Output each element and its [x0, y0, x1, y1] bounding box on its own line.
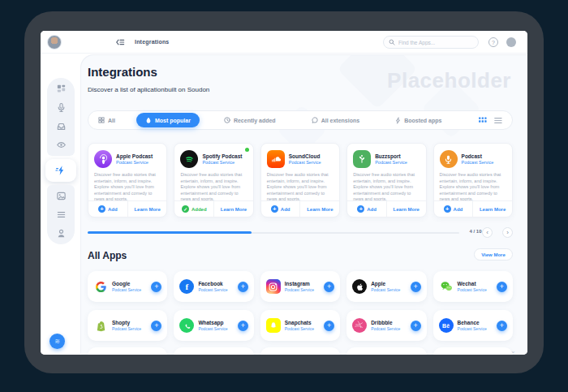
app-tile-partial[interactable]	[260, 347, 340, 355]
app-logo[interactable]	[49, 334, 65, 349]
card-description: Discover free audio stories that enterta…	[434, 168, 512, 203]
add-button[interactable]: Add	[261, 201, 300, 217]
app-tile-behance[interactable]: Bē BehancePodcast Service	[433, 310, 513, 341]
add-app-button[interactable]	[151, 282, 161, 292]
watermark-text: Placeholder	[387, 68, 511, 93]
search-box[interactable]	[383, 36, 479, 49]
search-input[interactable]	[398, 40, 471, 45]
grid-view-icon[interactable]	[479, 117, 487, 124]
tab-all[interactable]: All	[98, 117, 115, 123]
app-tile-partial[interactable]	[174, 347, 253, 355]
add-button[interactable]: Add	[434, 201, 473, 217]
app-tile-google[interactable]: GooglePodcast Service	[88, 271, 167, 302]
app-tile-partial[interactable]	[433, 347, 513, 355]
sidebar-item-profile[interactable]	[56, 228, 67, 239]
add-app-button[interactable]	[238, 321, 248, 331]
app-tile-partial[interactable]	[346, 347, 426, 355]
learn-more-button[interactable]: Learn More	[386, 201, 426, 217]
add-button[interactable]: Add	[347, 201, 386, 217]
card-buzzsport[interactable]: Buzzsport Podcast Service Discover free …	[346, 143, 426, 218]
sidebar-group-bottom	[47, 185, 75, 244]
plus-circle-icon	[271, 205, 278, 213]
add-app-button[interactable]	[497, 321, 507, 331]
app-tile-instagram[interactable]: InstagramPodcast Service	[260, 271, 340, 302]
card-description: Discover free audio stories that enterta…	[347, 168, 425, 203]
card-service: Podcast Service	[116, 160, 153, 165]
next-page-button[interactable]	[502, 227, 513, 238]
learn-more-button[interactable]: Learn More	[127, 201, 167, 217]
search-icon	[389, 39, 395, 45]
add-app-button[interactable]	[324, 321, 334, 331]
card-name: Podcast	[462, 153, 494, 159]
app-tile-shopty[interactable]: ShoptyPodcast Service	[88, 310, 167, 341]
learn-more-button[interactable]: Learn More	[213, 201, 253, 217]
scroll-down-icon[interactable]	[510, 347, 516, 355]
app-window: Integrations	[41, 31, 527, 355]
topbar-title: Integrations	[135, 39, 169, 45]
settings-icon[interactable]	[506, 37, 516, 47]
behance-icon: Bē	[439, 318, 454, 333]
sidebar-item-microphone[interactable]	[56, 102, 67, 113]
app-tile-whatsapp[interactable]: WhatsappPodcast Service	[174, 310, 253, 341]
user-avatar[interactable]	[47, 35, 62, 50]
sidebar-item-media[interactable]	[56, 191, 67, 201]
view-more-button[interactable]: View More	[474, 248, 513, 261]
card-podcast[interactable]: Podcast Podcast Service Discover free au…	[433, 143, 513, 218]
bolt-small-icon	[395, 117, 401, 124]
card-name: Spotify Podcast	[202, 153, 242, 159]
tab-most-popular[interactable]: Most popular	[136, 113, 200, 127]
page-subtitle: Discover a list of aplicationbuilt on So…	[88, 86, 209, 93]
app-tile-snapchats[interactable]: SnapchatsPodcast Service	[260, 310, 340, 341]
sidebar-collapse-icon[interactable]	[115, 37, 125, 47]
tab-all-extensions[interactable]: All extensions	[312, 117, 359, 123]
tab-recently-added[interactable]: Recently added	[224, 117, 276, 123]
add-app-button[interactable]	[411, 321, 421, 331]
device-frame: Integrations	[24, 11, 544, 373]
card-soundcloud[interactable]: SoundCloud Podcast Service Discover free…	[260, 143, 340, 218]
buzzsport-icon	[353, 150, 371, 168]
add-app-button[interactable]	[497, 282, 507, 292]
google-icon	[93, 279, 108, 294]
add-button[interactable]: Add	[88, 201, 127, 217]
add-app-button[interactable]	[151, 321, 161, 331]
app-tile-apple[interactable]: ApplePodcast Service	[346, 271, 426, 302]
main-panel: Placeholder Integrations Discover a list…	[81, 55, 527, 355]
apps-row-1: GooglePodcast Service f FacebookPodcast …	[88, 271, 513, 302]
instagram-icon	[266, 279, 281, 294]
card-description: Discover free audio stories that enterta…	[261, 168, 339, 203]
sidebar-item-dashboard[interactable]	[56, 84, 67, 94]
add-app-button[interactable]	[411, 282, 421, 292]
app-tile-facebook[interactable]: f FacebookPodcast Service	[174, 271, 253, 302]
podcast-icon	[440, 150, 458, 168]
learn-more-button[interactable]: Learn More	[472, 201, 512, 217]
sidebar-item-eye[interactable]	[56, 140, 67, 150]
view-toggles	[479, 117, 502, 124]
sidebar-item-integrations-active[interactable]	[45, 159, 76, 182]
card-name: SoundCloud	[289, 153, 321, 159]
filter-bar: All Most popular Recently added	[88, 110, 513, 130]
app-tile-wechat[interactable]: WechatPodcast Service	[433, 271, 513, 302]
learn-more-button[interactable]: Learn More	[299, 201, 339, 217]
featured-cards-row: Apple Podcast Podcast Service Discover f…	[88, 143, 513, 218]
plus-circle-icon	[444, 205, 451, 213]
apple-icon	[352, 279, 367, 294]
card-spotify-podcast[interactable]: Spotify Podcast Podcast Service Discover…	[174, 143, 253, 218]
clock-icon	[224, 117, 230, 123]
flame-icon	[145, 117, 152, 124]
sidebar-item-list[interactable]	[56, 209, 67, 220]
online-dot	[245, 148, 249, 152]
help-icon[interactable]	[488, 37, 498, 47]
card-service: Podcast Service	[289, 160, 321, 165]
shopty-icon	[93, 318, 108, 333]
add-app-button[interactable]	[238, 282, 248, 292]
sidebar-item-inbox[interactable]	[56, 121, 67, 131]
app-tile-dribbble[interactable]: DribbblePodcast Service	[346, 310, 426, 341]
add-app-button[interactable]	[324, 282, 334, 292]
list-view-icon[interactable]	[494, 117, 502, 124]
tab-boosted-apps[interactable]: Boosted apps	[395, 117, 441, 124]
prev-page-button[interactable]	[482, 227, 493, 238]
added-button[interactable]: Added	[174, 201, 213, 217]
snapchat-icon	[266, 318, 281, 333]
card-apple-podcast[interactable]: Apple Podcast Podcast Service Discover f…	[88, 143, 167, 218]
app-tile-partial[interactable]	[88, 347, 167, 355]
